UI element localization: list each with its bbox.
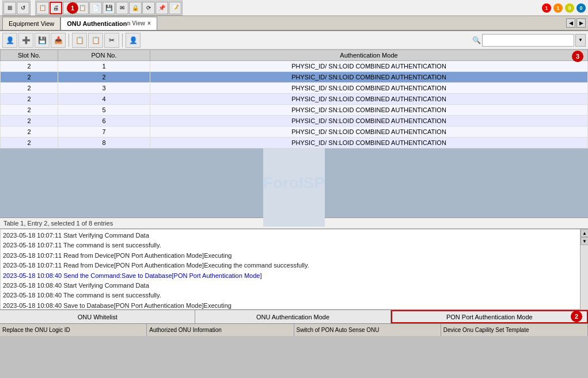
search-dropdown[interactable]: ▼ (575, 34, 586, 47)
scroll-down-btn[interactable]: ▼ (581, 237, 588, 245)
separator-2 (122, 33, 123, 47)
tab-nav: ◀ ▶ (566, 18, 586, 28)
tab-bar: Equipment View ONU Authentication n View… (0, 16, 588, 31)
annotation-2: 2 (571, 311, 582, 322)
toolbar-btn-1[interactable]: ⊞ (3, 2, 16, 14)
status-badges: 1 1 0 0 (542, 3, 586, 13)
bottom-tab-bar: 2 ONU Whitelist ONU Authentication Mode … (0, 310, 588, 323)
separator-1 (69, 33, 69, 47)
sec-btn-person2[interactable]: 👤 (126, 33, 141, 48)
search-icon: 🔍 (472, 36, 481, 44)
toolbar-btn-13[interactable]: 📝 (169, 2, 181, 14)
watermark-area: ForoISP (0, 148, 588, 217)
table-row[interactable]: 26PHYSIC_ID/ SN:LOID COMBINED AUTHENTICA… (1, 116, 588, 127)
table-row[interactable]: 21PHYSIC_ID/ SN:LOID COMBINED AUTHENTICA… (1, 61, 588, 72)
log-line: 2023-05-18 10:07:11 Read from Device[PON… (3, 251, 577, 261)
toolbar-btn-9[interactable]: ✉ (116, 2, 128, 14)
bottom-action-bar: Replace the ONU Logic ID Authorized ONU … (0, 323, 588, 336)
toolbar-group-1: ⊞ ↺ (2, 1, 31, 16)
table-container: 3 Slot No. PON No. Authentication Mode 2… (0, 49, 588, 148)
log-area[interactable]: 2023-05-18 10:07:11 Start Verifying Comm… (0, 229, 588, 310)
tab-onu-authentication[interactable]: ONU Authentication n View × (60, 17, 157, 30)
log-line: 2023-05-18 10:07:11 Start Verifying Comm… (3, 231, 577, 240)
table-row[interactable]: 22PHYSIC_ID/ SN:LOID COMBINED AUTHENTICA… (1, 72, 588, 83)
sec-btn-delete[interactable]: ✂ (104, 33, 119, 48)
sec-btn-paste[interactable]: 📋 (88, 33, 103, 48)
toolbar-group-2: 📋 🖨 📊 📋 📄 💾 ✉ 🔒 ⟳ 📌 📝 (35, 1, 183, 16)
tab-nav-prev[interactable]: ◀ (566, 18, 575, 28)
toolbar-btn-7[interactable]: 📄 (89, 2, 102, 14)
table-row[interactable]: 28PHYSIC_ID/ SN:LOID COMBINED AUTHENTICA… (1, 138, 588, 148)
annotation-1: 1 (67, 2, 78, 14)
badge-orange: 1 (553, 3, 563, 13)
bottom-tab-onu-auth-mode[interactable]: ONU Authentication Mode (195, 310, 390, 323)
table-row[interactable]: 27PHYSIC_ID/ SN:LOID COMBINED AUTHENTICA… (1, 127, 588, 138)
annotation-3: 3 (572, 51, 583, 62)
tab-equipment-view[interactable]: Equipment View (2, 17, 60, 30)
action-device-onu[interactable]: Device Onu Capility Set Template (441, 324, 588, 336)
toolbar-btn-10[interactable]: 🔒 (129, 2, 142, 14)
secondary-toolbar: 👤 ➕ 💾 📥 📋 📋 ✂ 👤 🔍 ▼ (0, 31, 588, 49)
bottom-tab-onu-whitelist[interactable]: ONU Whitelist (0, 310, 195, 323)
main-table: Slot No. PON No. Authentication Mode 21P… (0, 49, 588, 148)
watermark-text: ForoISP (263, 139, 325, 227)
top-toolbar: ⊞ ↺ 📋 🖨 📊 📋 📄 💾 ✉ 🔒 ⟳ 📌 📝 1 1 0 0 (0, 0, 588, 16)
sec-btn-save-db[interactable]: 💾 (35, 33, 50, 48)
table-row[interactable]: 25PHYSIC_ID/ SN:LOID COMBINED AUTHENTICA… (1, 105, 588, 116)
log-line[interactable]: 2023-05-18 10:08:40 Send the Command:Sav… (3, 271, 577, 281)
log-scrollbar[interactable]: ▲ ▼ (580, 229, 588, 310)
table-row[interactable]: 24PHYSIC_ID/ SN:LOID COMBINED AUTHENTICA… (1, 94, 588, 105)
sec-btn-add[interactable]: ➕ (18, 33, 33, 48)
badge-yellow: 0 (565, 3, 574, 13)
log-line: 2023-05-18 10:08:40 Save to Database[PON… (3, 301, 577, 310)
tab-nav-next[interactable]: ▶ (576, 18, 586, 28)
search-input[interactable] (482, 34, 574, 47)
log-line: 2023-05-18 10:07:11 The command is sent … (3, 240, 577, 250)
log-wrapper: 2023-05-18 10:07:11 Start Verifying Comm… (0, 229, 588, 310)
log-line: 2023-05-18 10:08:40 The command is sent … (3, 291, 577, 300)
scroll-up-btn[interactable]: ▲ (581, 229, 588, 237)
search-box: 🔍 ▼ (472, 34, 586, 47)
toolbar-btn-3[interactable]: 📋 (36, 2, 49, 14)
table-row[interactable]: 23PHYSIC_ID/ SN:LOID COMBINED AUTHENTICA… (1, 83, 588, 94)
tab-close-btn[interactable]: × (147, 20, 151, 26)
bottom-tab-pon-port-auth[interactable]: PON Port Authentication Mode (391, 310, 588, 323)
sec-btn-save2[interactable]: 📥 (51, 33, 66, 48)
sec-btn-person[interactable]: 👤 (2, 33, 17, 48)
sec-btn-copy[interactable]: 📋 (72, 33, 87, 48)
action-replace-onu[interactable]: Replace the ONU Logic ID (0, 324, 147, 336)
toolbar-btn-11[interactable]: ⟳ (142, 2, 155, 14)
log-line: 2023-05-18 10:08:40 Start Verifying Comm… (3, 281, 577, 291)
badge-blue: 0 (576, 3, 586, 13)
col-auth-header: Authentication Mode (150, 50, 588, 61)
log-line: 2023-05-18 10:07:11 Read from Device[PON… (3, 261, 577, 270)
toolbar-btn-12[interactable]: 📌 (155, 2, 168, 14)
toolbar-btn-8[interactable]: 💾 (103, 2, 115, 14)
badge-red: 1 (542, 3, 551, 13)
toolbar-btn-2[interactable]: ↺ (17, 2, 29, 14)
col-pon-header: PON No. (58, 50, 150, 61)
col-slot-header: Slot No. (1, 50, 58, 61)
toolbar-btn-4[interactable]: 🖨 (50, 2, 62, 14)
action-switch-pon[interactable]: Switch of PON Auto Sense ONU (294, 324, 441, 336)
action-authorized-onu[interactable]: Authorized ONU Information (147, 324, 294, 336)
